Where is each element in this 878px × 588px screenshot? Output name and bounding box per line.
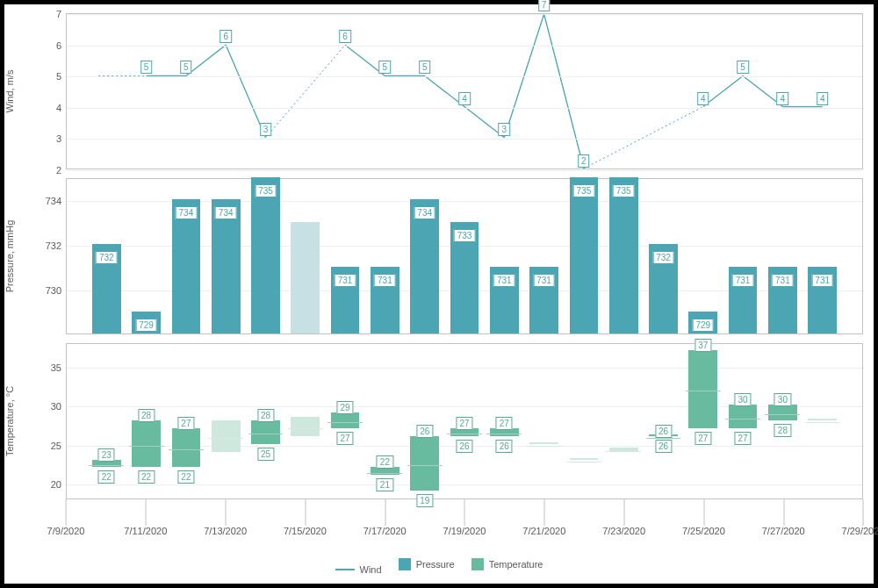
x-tick: 7/23/2020	[602, 526, 645, 536]
temperature-bar[interactable]	[172, 428, 201, 468]
y-tick: 732	[46, 240, 67, 251]
temperature-bar[interactable]	[132, 420, 161, 467]
pressure-value-label: 733	[454, 229, 476, 242]
y-tick: 20	[51, 479, 67, 490]
x-tick: 7/17/2020	[363, 526, 407, 536]
y-tick: 7	[56, 9, 67, 19]
y-tick: 4	[56, 103, 67, 113]
pressure-value-label: 731	[533, 274, 555, 287]
wind-value-label: 3	[260, 123, 272, 136]
temperature-high-label: 22	[377, 455, 393, 469]
wind-value-label: 4	[817, 92, 829, 105]
pressure-value-label: 734	[215, 206, 237, 219]
temperature-bar[interactable]	[251, 420, 280, 444]
wind-axis-title: Wind, m/s	[4, 70, 15, 113]
legend-item-wind[interactable]: Wind	[335, 564, 382, 575]
y-tick: 30	[51, 401, 67, 412]
wind-value-label: 4	[458, 92, 471, 105]
chart-frame: 234567556365543724544 Wind, m/s 73073273…	[0, 0, 878, 588]
pressure-value-label: 731	[772, 274, 794, 287]
pressure-value-label: 732	[96, 251, 118, 264]
temperature-bar[interactable]	[570, 458, 599, 460]
temperature-bar[interactable]	[729, 405, 758, 428]
pressure-value-label: 729	[135, 319, 157, 332]
wind-value-label: 4	[777, 92, 789, 105]
box-swatch-icon	[399, 558, 411, 570]
temperature-low-label: 28	[774, 424, 791, 437]
x-axis: 7/9/20207/11/20207/13/20207/15/20207/17/…	[66, 526, 863, 543]
wind-value-label: 3	[499, 123, 511, 136]
temperature-low-label: 22	[98, 470, 115, 484]
temperature-low-label: 26	[496, 440, 513, 453]
temperature-bar[interactable]	[291, 417, 320, 436]
y-tick: 6	[56, 40, 67, 51]
y-tick: 3	[56, 133, 67, 144]
pressure-axis-title: Pressure, mmHg	[4, 220, 15, 293]
temperature-high-label: 27	[496, 417, 513, 430]
temperature-bar[interactable]	[529, 442, 558, 444]
pressure-value-label: 732	[652, 251, 674, 264]
wind-pane: 234567556365543724544	[66, 13, 863, 169]
temperature-high-label: 30	[774, 393, 791, 406]
line-swatch-icon	[335, 569, 355, 570]
pressure-value-label: 734	[176, 206, 198, 219]
y-tick: 25	[51, 441, 67, 451]
x-tick: 7/15/2020	[284, 526, 327, 536]
chart-canvas: 234567556365543724544 Wind, m/s 73073273…	[4, 4, 874, 584]
temperature-low-label: 26	[456, 440, 472, 453]
temperature-bar[interactable]	[808, 419, 837, 420]
y-tick: 2	[56, 165, 67, 176]
temperature-low-label: 19	[416, 494, 433, 507]
wind-value-label: 5	[737, 61, 749, 74]
pressure-value-label: 731	[732, 274, 754, 287]
x-tick: 7/27/2020	[762, 526, 805, 536]
box-swatch-icon	[471, 558, 484, 570]
temperature-low-label: 22	[177, 470, 194, 484]
x-tick: 7/19/2020	[443, 526, 486, 536]
temperature-bar[interactable]	[768, 405, 797, 420]
temperature-low-label: 27	[694, 432, 711, 445]
pressure-bar[interactable]	[570, 177, 599, 333]
legend-item-temperature[interactable]: Temperature	[471, 558, 543, 570]
legend-label: Wind	[360, 564, 382, 575]
temperature-low-label: 26	[655, 440, 672, 453]
temperature-high-label: 23	[98, 448, 115, 462]
wind-value-label: 5	[379, 61, 392, 74]
temperature-low-label: 21	[377, 478, 393, 491]
pressure-value-label: 734	[414, 206, 435, 219]
wind-value-label: 6	[220, 30, 232, 43]
x-tick: 7/13/2020	[204, 526, 247, 536]
pressure-bar[interactable]	[251, 177, 280, 333]
temperature-high-label: 28	[138, 409, 155, 422]
x-tick: 7/21/2020	[522, 526, 565, 536]
pressure-value-label: 735	[573, 184, 595, 197]
x-tick: 7/9/2020	[47, 526, 85, 536]
pressure-pane: 7307327347327297347347357317317347337317…	[66, 178, 863, 334]
temperature-bar[interactable]	[410, 436, 439, 491]
temperature-high-label: 28	[257, 409, 274, 422]
wind-value-label: 7	[538, 0, 551, 11]
temperature-bar[interactable]	[212, 420, 241, 452]
temperature-high-label: 37	[694, 339, 711, 352]
y-tick: 734	[46, 196, 67, 206]
temperature-high-label: 27	[177, 417, 194, 430]
x-tick: 7/25/2020	[682, 526, 725, 536]
pressure-bar[interactable]	[609, 177, 638, 333]
legend-label: Pressure	[416, 559, 455, 570]
pressure-value-label: 729	[692, 319, 714, 332]
wind-value-label: 5	[180, 61, 192, 74]
temperature-low-label: 25	[257, 448, 274, 461]
legend-label: Temperature	[489, 559, 543, 570]
x-tick: 7/11/2020	[124, 526, 167, 536]
temperature-bar[interactable]	[688, 350, 717, 428]
y-tick: 5	[56, 71, 67, 82]
temperature-high-label: 26	[655, 425, 672, 438]
temperature-pane: 2025303523222822272228252927222126192726…	[66, 343, 863, 499]
temperature-high-label: 27	[456, 417, 472, 430]
wind-value-label: 2	[578, 154, 590, 168]
legend-item-pressure[interactable]: Pressure	[399, 558, 455, 570]
pressure-bar[interactable]	[291, 222, 320, 333]
pressure-value-label: 735	[613, 184, 635, 197]
temperature-bar[interactable]	[331, 412, 360, 428]
wind-value-label: 5	[140, 61, 153, 74]
